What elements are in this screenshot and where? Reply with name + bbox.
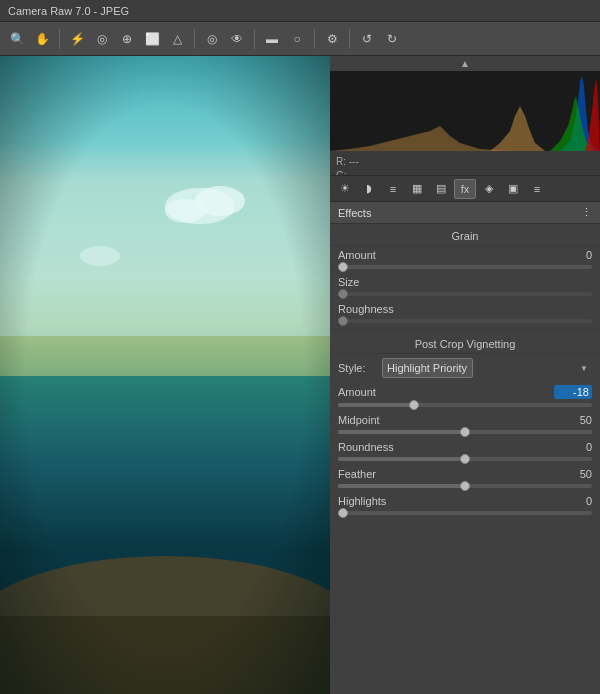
toolbar-separator-2: [194, 29, 195, 49]
histogram-chart: [330, 71, 600, 151]
effects-header: Effects ⋮: [330, 202, 600, 224]
tab-camera-cal[interactable]: ◈: [478, 179, 500, 199]
vignette-highlights-slider-row: [330, 510, 600, 519]
grain-amount-label: Amount: [338, 249, 408, 261]
vignette-highlights-slider[interactable]: [338, 511, 592, 515]
vignette-highlights-label: Highlights: [338, 495, 408, 507]
vignette-amount-label: Amount: [338, 386, 408, 398]
svg-rect-11: [330, 71, 600, 151]
vignette-amount-slider[interactable]: [338, 403, 592, 407]
effects-options-icon: ⋮: [581, 206, 592, 219]
crop-tool[interactable]: ⬜: [141, 28, 163, 50]
grain-roughness-slider[interactable]: [338, 319, 592, 323]
vignette-feather-label: Feather: [338, 468, 408, 480]
vignette-roundness-value: 0: [554, 441, 592, 453]
tab-hsl[interactable]: ▦: [406, 179, 428, 199]
grain-size-slider[interactable]: [338, 292, 592, 296]
toolbar-separator-3: [254, 29, 255, 49]
vignette-roundness-thumb[interactable]: [460, 454, 470, 464]
radial-filter-tool[interactable]: ○: [286, 28, 308, 50]
vignette-highlights-thumb[interactable]: [338, 508, 348, 518]
toolbar: 🔍 ✋ ⚡ ◎ ⊕ ⬜ △ ◎ 👁 ▬ ○ ⚙ ↺ ↻: [0, 22, 600, 56]
straighten-tool[interactable]: △: [166, 28, 188, 50]
grain-amount-thumb[interactable]: [338, 262, 348, 272]
vignette-midpoint-slider-row: [330, 429, 600, 438]
spot-removal-tool[interactable]: ◎: [201, 28, 223, 50]
color-sampler-tool[interactable]: ◎: [91, 28, 113, 50]
rotate-cw-button[interactable]: ↻: [381, 28, 403, 50]
grain-amount-slider[interactable]: [338, 265, 592, 269]
vignette-roundness-fill: [338, 457, 465, 461]
tab-effects[interactable]: fx: [454, 179, 476, 199]
vignette-amount-row: Amount -18: [330, 382, 600, 402]
toolbar-separator-1: [59, 29, 60, 49]
tab-presets[interactable]: ▣: [502, 179, 524, 199]
histogram-area: R: --- G: --- B: ---: [330, 71, 600, 176]
vignette-feather-fill: [338, 484, 465, 488]
g-value: G: ---: [336, 169, 594, 176]
panel-tabs: ☀ ◗ ≡ ▦ ▤ fx ◈ ▣ ≡: [330, 176, 600, 202]
vignette-roundness-slider-row: [330, 456, 600, 465]
vignette-midpoint-value: 50: [554, 414, 592, 426]
grain-roughness-row: Roughness: [330, 300, 600, 318]
graduated-filter-tool[interactable]: ▬: [261, 28, 283, 50]
targeted-adj-tool[interactable]: ⊕: [116, 28, 138, 50]
hand-tool[interactable]: ✋: [31, 28, 53, 50]
vignette-highlights-row: Highlights 0: [330, 492, 600, 510]
svg-rect-10: [0, 56, 330, 694]
grain-size-row: Size: [330, 273, 600, 291]
dropdown-arrow-icon: ▼: [580, 364, 588, 373]
tab-split-toning[interactable]: ▤: [430, 179, 452, 199]
r-value: R: ---: [336, 155, 594, 169]
tab-detail[interactable]: ≡: [382, 179, 404, 199]
effects-panel: Effects ⋮ Grain Amount 0 Size: [330, 202, 600, 694]
zoom-tool[interactable]: 🔍: [6, 28, 28, 50]
rgb-readout: R: --- G: --- B: ---: [330, 153, 600, 176]
vignette-midpoint-slider[interactable]: [338, 430, 592, 434]
image-area: [0, 56, 330, 694]
vignette-feather-slider[interactable]: [338, 484, 592, 488]
red-eye-tool[interactable]: 👁: [226, 28, 248, 50]
vignette-roundness-slider[interactable]: [338, 457, 592, 461]
tab-snapshots[interactable]: ≡: [526, 179, 548, 199]
title-text: Camera Raw 7.0 - JPEG: [8, 5, 129, 17]
grain-size-label: Size: [338, 276, 408, 288]
grain-roughness-thumb[interactable]: [338, 316, 348, 326]
vignette-feather-thumb[interactable]: [460, 481, 470, 491]
title-bar: Camera Raw 7.0 - JPEG: [0, 0, 600, 22]
style-dropdown[interactable]: Highlight Priority Color Priority Paint …: [382, 358, 473, 378]
photo-preview: [0, 56, 330, 694]
tab-tone-curve[interactable]: ◗: [358, 179, 380, 199]
tab-basic[interactable]: ☀: [334, 179, 356, 199]
vignette-midpoint-thumb[interactable]: [460, 427, 470, 437]
grain-header: Grain: [330, 224, 600, 246]
vignette-amount-thumb[interactable]: [409, 400, 419, 410]
vignette-feather-slider-row: [330, 483, 600, 492]
white-balance-tool[interactable]: ⚡: [66, 28, 88, 50]
style-label: Style:: [338, 362, 376, 374]
scroll-indicator: ▲: [330, 56, 600, 71]
vignette-amount-slider-row: [330, 402, 600, 411]
main-layout: ▲ R: --- G: --- B: ---: [0, 56, 600, 694]
grain-amount-value: 0: [554, 249, 592, 261]
toolbar-separator-4: [314, 29, 315, 49]
image-overlay: [0, 56, 330, 694]
grain-amount-slider-row: [330, 264, 600, 273]
vignette-highlights-value: 0: [554, 495, 592, 507]
style-dropdown-wrapper: Highlight Priority Color Priority Paint …: [382, 358, 592, 378]
preferences-button[interactable]: ⚙: [321, 28, 343, 50]
vignette-amount-value[interactable]: -18: [554, 385, 592, 399]
grain-roughness-label: Roughness: [338, 303, 408, 315]
rotate-ccw-button[interactable]: ↺: [356, 28, 378, 50]
vignette-amount-fill: [338, 403, 414, 407]
vignette-midpoint-label: Midpoint: [338, 414, 408, 426]
vignette-header: Post Crop Vignetting: [330, 332, 600, 354]
grain-roughness-slider-row: [330, 318, 600, 327]
effects-title: Effects: [338, 207, 371, 219]
toolbar-separator-5: [349, 29, 350, 49]
vignette-roundness-label: Roundness: [338, 441, 408, 453]
vignette-feather-value: 50: [554, 468, 592, 480]
style-row: Style: Highlight Priority Color Priority…: [330, 354, 600, 382]
right-panel: ▲ R: --- G: --- B: ---: [330, 56, 600, 694]
grain-size-thumb[interactable]: [338, 289, 348, 299]
